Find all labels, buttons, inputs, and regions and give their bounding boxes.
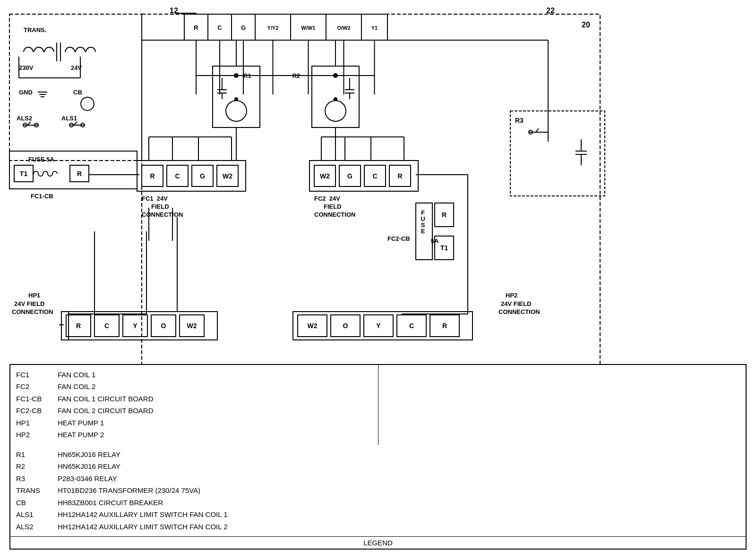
- legend-row-fc1: FC1 FAN COIL 1: [16, 369, 372, 381]
- legend-desc: HN65KJ016 RELAY: [58, 460, 372, 473]
- legend-code: FC1: [16, 369, 54, 381]
- legend-desc: P283-0346 RELAY: [58, 473, 372, 485]
- legend-row-fc2: FC2 FAN COIL 2: [16, 381, 372, 393]
- legend-code: ALS1: [16, 508, 54, 521]
- legend-row-fc2cb: FC2-CB FAN COIL 2 CIRCUIT BOARD: [16, 405, 372, 417]
- legend-desc: FAN COIL 2 CIRCUIT BOARD: [58, 405, 372, 417]
- legend-desc: FAN COIL 1 CIRCUIT BOARD: [58, 393, 372, 405]
- legend-row-hp2: HP2 HEAT PUMP 2: [16, 429, 372, 441]
- legend-row-als1: ALS1 HH12HA142 AUXILLARY LIMIT SWITCH FA…: [16, 508, 372, 521]
- legend-code: HP2: [16, 429, 54, 441]
- legend-desc: HN65KJ016 RELAY: [58, 449, 372, 461]
- wiring-diagram: [0, 0, 756, 411]
- legend-code: CB: [16, 497, 54, 509]
- legend-row-trans: TRANS HT01BD236 TRANSFORMER (230/24 75VA…: [16, 484, 372, 497]
- legend-code: R3: [16, 473, 54, 485]
- legend-code: HP1: [16, 417, 54, 429]
- legend-code: R2: [16, 460, 54, 473]
- legend-desc: FAN COIL 1: [58, 369, 372, 381]
- legend-right: R1 HN65KJ016 RELAY R2 HN65KJ016 RELAY R3…: [10, 445, 378, 537]
- legend-desc: HH12HA142 AUXILLARY LIMIT SWITCH FAN COI…: [58, 508, 372, 521]
- legend-row-cb: CB HH83ZB001 CIRCUIT BREAKER: [16, 497, 372, 509]
- legend-desc: HT01BD236 TRANSFORMER (230/24 75VA): [58, 484, 372, 497]
- legend-desc: FAN COIL 2: [58, 381, 372, 393]
- legend-desc: HEAT PUMP 1: [58, 417, 372, 429]
- legend-row-fc1cb: FC1-CB FAN COIL 1 CIRCUIT BOARD: [16, 393, 372, 405]
- legend-row-als2: ALS2 HH12HA142 AUXILLARY LIMIT SWITCH FA…: [16, 521, 372, 533]
- legend-row-r3: R3 P283-0346 RELAY: [16, 473, 372, 485]
- legend-row-r1: R1 HN65KJ016 RELAY: [16, 449, 372, 461]
- legend-footer: LEGEND: [10, 536, 746, 549]
- legend-code: FC2-CB: [16, 405, 54, 417]
- legend-desc: HH12HA142 AUXILLARY LIMIT SWITCH FAN COI…: [58, 521, 372, 533]
- legend-code: FC2: [16, 381, 54, 393]
- legend-desc: HH83ZB001 CIRCUIT BREAKER: [58, 497, 372, 509]
- legend-row-hp1: HP1 HEAT PUMP 1: [16, 417, 372, 429]
- legend-row-r2: R2 HN65KJ016 RELAY: [16, 460, 372, 473]
- legend-code: TRANS: [16, 484, 54, 497]
- legend-code: ALS2: [16, 521, 54, 533]
- legend-desc: HEAT PUMP 2: [58, 429, 372, 441]
- legend-left: FC1 FAN COIL 1 FC2 FAN COIL 2 FC1-CB FAN…: [10, 365, 378, 445]
- main-container: FC1 FAN COIL 1 FC2 FAN COIL 2 FC1-CB FAN…: [0, 0, 756, 559]
- legend-table: FC1 FAN COIL 1 FC2 FAN COIL 2 FC1-CB FAN…: [9, 364, 747, 550]
- legend-code: FC1-CB: [16, 393, 54, 405]
- legend-code: R1: [16, 449, 54, 461]
